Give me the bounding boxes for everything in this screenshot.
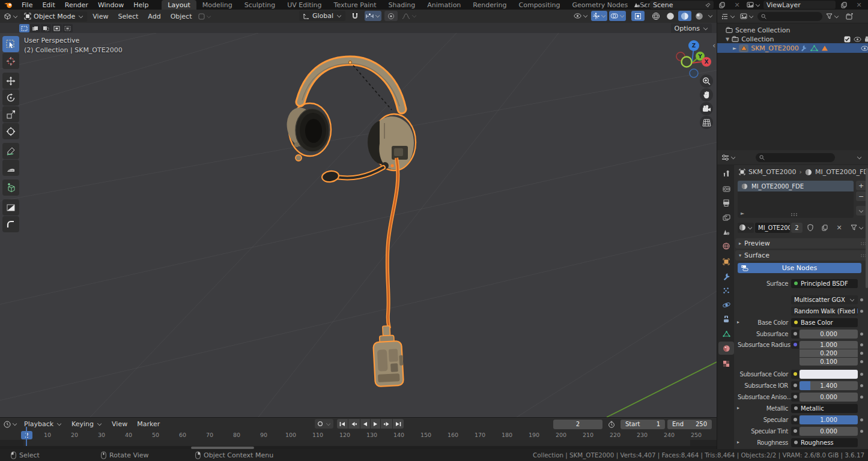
- tool-corner-bend[interactable]: [2, 216, 19, 232]
- outliner-display-mode-selector[interactable]: [739, 11, 755, 22]
- workspace-tab-rendering[interactable]: Rendering: [467, 0, 512, 10]
- new-collection-button[interactable]: [843, 11, 856, 22]
- overlays-toggle[interactable]: [609, 11, 626, 21]
- shading-solid-button[interactable]: [664, 11, 677, 21]
- select-mode-extend-icon[interactable]: [30, 24, 40, 32]
- tool-move[interactable]: [2, 73, 19, 89]
- new-material-copy-icon[interactable]: [818, 223, 831, 233]
- workspace-tab-uv-editing[interactable]: UV Editing: [281, 0, 327, 10]
- scene-unlink-icon[interactable]: ✕: [730, 0, 744, 10]
- tab-view-layer[interactable]: [718, 211, 734, 224]
- socket-chip[interactable]: [791, 381, 799, 390]
- properties-search-input[interactable]: [756, 153, 835, 162]
- editor-type-button[interactable]: [2, 11, 19, 22]
- use-preview-range-toggle[interactable]: [605, 419, 618, 429]
- expand-arrow[interactable]: ▸: [737, 319, 739, 325]
- properties-options-dropdown[interactable]: [852, 152, 866, 163]
- properties-scrollbar[interactable]: [866, 168, 868, 288]
- decorator-dot[interactable]: [858, 333, 865, 336]
- scene-new-icon[interactable]: [715, 0, 729, 10]
- base-color-field[interactable]: Base Color: [791, 318, 858, 327]
- hide-eye-icon[interactable]: [861, 46, 868, 51]
- gizmo-z-axis[interactable]: Z: [688, 40, 699, 51]
- sidebar-collapse-icon[interactable]: ‹: [712, 41, 715, 50]
- tab-output[interactable]: [718, 196, 734, 209]
- distribution-dropdown[interactable]: Multiscatter GGX: [791, 295, 858, 304]
- tab-render[interactable]: [718, 182, 734, 195]
- outliner-row-skm-ote2000[interactable]: ► SKM_OTE2000: [717, 43, 868, 53]
- decorator-dot[interactable]: [858, 373, 865, 376]
- socket-chip[interactable]: [791, 370, 799, 379]
- workspace-tab-compositing[interactable]: Compositing: [513, 0, 566, 10]
- tab-texture[interactable]: [718, 357, 734, 370]
- browse-material-button[interactable]: [738, 223, 754, 233]
- snap-target-selector[interactable]: [365, 11, 381, 21]
- play-button[interactable]: [371, 419, 380, 429]
- snap-magnet-icon[interactable]: [348, 11, 362, 21]
- socket-chip[interactable]: [791, 341, 799, 349]
- tool-measure[interactable]: [2, 160, 19, 176]
- fake-user-shield-icon[interactable]: [804, 223, 817, 233]
- surface-panel-header[interactable]: ▾ Surface: [735, 250, 868, 261]
- outliner-editor-type-button[interactable]: [720, 11, 736, 22]
- specular-tint-slider[interactable]: 0.000: [800, 427, 858, 436]
- shading-material-preview-button[interactable]: [678, 11, 691, 21]
- breadcrumb-object[interactable]: SKM_OTE2000: [748, 168, 797, 176]
- decorator-dot[interactable]: [858, 343, 865, 346]
- mode-selector[interactable]: Object Mode: [20, 11, 87, 22]
- breadcrumb-material[interactable]: MI_OTE2000_FDE: [815, 168, 868, 176]
- options-dropdown[interactable]: Options: [671, 23, 712, 33]
- navigation-gizmo[interactable]: Z Y X: [672, 36, 715, 78]
- end-frame-field[interactable]: End250: [667, 420, 712, 429]
- zoom-button[interactable]: [700, 74, 713, 88]
- socket-chip[interactable]: [791, 415, 799, 424]
- material-slot-specials-button[interactable]: [856, 206, 866, 215]
- radius-x-slider[interactable]: 1.000: [800, 341, 858, 349]
- radius-z-slider[interactable]: 0.100: [800, 358, 858, 366]
- workspace-tab-sculpting[interactable]: Sculpting: [238, 0, 281, 10]
- subsurface-ior-slider[interactable]: 1.400: [800, 381, 858, 390]
- tool-settings-toggle[interactable]: [197, 11, 213, 22]
- expand-triangle-icon[interactable]: ►: [733, 46, 736, 51]
- subsurface-color-swatch[interactable]: [800, 370, 858, 379]
- decorator-dot[interactable]: [858, 418, 865, 421]
- surface-shader-field[interactable]: Principled BSDF: [791, 279, 858, 288]
- outliner-row-collection[interactable]: ▼ Collection: [717, 34, 868, 44]
- menu-add[interactable]: Add: [144, 13, 165, 20]
- current-frame-field[interactable]: 2: [553, 420, 602, 429]
- show-object-types-selector[interactable]: [572, 11, 589, 21]
- viewport-3d[interactable]: User Perspective (2) Collection | SKM_OT…: [0, 33, 717, 417]
- tab-tool[interactable]: [718, 167, 734, 180]
- viewlayer-icon[interactable]: [745, 0, 762, 10]
- menu-view[interactable]: View: [88, 13, 112, 20]
- outliner-row-scene-collection[interactable]: Scene Collection: [717, 25, 868, 35]
- decorator-dot[interactable]: [858, 360, 865, 363]
- tab-material[interactable]: [718, 342, 734, 355]
- unlink-material-icon[interactable]: ✕: [833, 223, 846, 233]
- menu-file[interactable]: File: [17, 0, 37, 10]
- scene-icon[interactable]: [632, 0, 648, 10]
- scene-selector[interactable]: Scene: [650, 1, 714, 9]
- select-mode-intersect-icon[interactable]: [62, 24, 73, 32]
- outliner-search-input[interactable]: [757, 12, 822, 21]
- viewlayer-remove-icon[interactable]: ✕: [852, 0, 866, 10]
- auto-keying-button[interactable]: [315, 419, 333, 429]
- material-filter-dropdown[interactable]: [849, 223, 865, 233]
- tab-object[interactable]: [718, 255, 734, 268]
- preview-panel-header[interactable]: ▸ Preview: [735, 238, 868, 249]
- tab-modifiers[interactable]: [718, 270, 734, 283]
- timeline-ruler[interactable]: 1020304050607080901001101201301401501601…: [0, 430, 717, 440]
- list-resize-grip[interactable]: [791, 212, 799, 217]
- decorator-dot[interactable]: [858, 384, 865, 387]
- remove-material-slot-button[interactable]: −: [856, 191, 866, 201]
- subsurface-anisotropy-slider[interactable]: 0.000: [800, 393, 858, 402]
- tab-particles[interactable]: [718, 284, 734, 297]
- material-users-count-button[interactable]: 2: [791, 223, 803, 233]
- menu-view[interactable]: View: [108, 420, 132, 428]
- blender-logo-icon[interactable]: [0, 2, 17, 8]
- jump-to-start-button[interactable]: [337, 419, 348, 429]
- workspace-tab-texture-paint[interactable]: Texture Paint: [328, 0, 383, 10]
- tool-scale[interactable]: [2, 106, 19, 122]
- tool-rotate[interactable]: [2, 89, 19, 106]
- tab-physics[interactable]: [718, 298, 734, 312]
